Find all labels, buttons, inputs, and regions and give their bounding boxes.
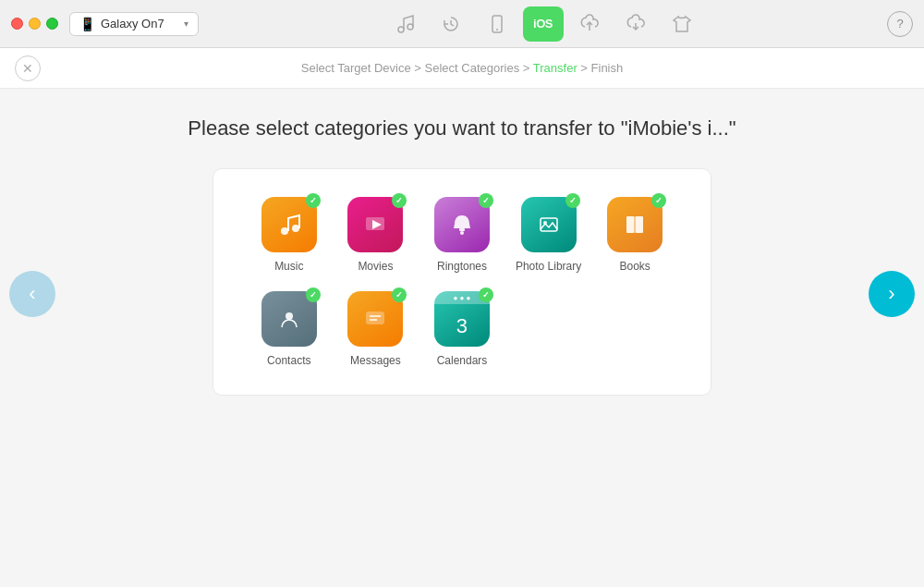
breadcrumb-sep-2: >: [523, 61, 533, 75]
calendars-label: Calendars: [437, 354, 488, 367]
category-movies-icon-wrap: ✓: [347, 197, 403, 252]
music-toolbar-button[interactable]: [384, 6, 425, 42]
cloud-upload-toolbar-button[interactable]: [569, 6, 610, 42]
chevron-down-icon: ▾: [184, 18, 188, 29]
books-check: ✓: [651, 193, 666, 208]
category-messages[interactable]: ✓ Messages: [337, 291, 415, 367]
music-label: Music: [274, 260, 303, 273]
title-bar: 📱 Galaxy On7 ▾: [0, 0, 924, 48]
svg-rect-14: [626, 216, 634, 233]
ios-label: iOS: [533, 17, 553, 31]
category-photos[interactable]: ✓ Photo Library: [510, 197, 588, 273]
breadcrumb-step-4: Finish: [591, 61, 624, 75]
music-check: ✓: [306, 193, 321, 208]
contacts-check: ✓: [306, 287, 321, 302]
category-music[interactable]: ✓ Music: [250, 197, 328, 273]
device-icon: [487, 14, 507, 34]
category-photos-icon-wrap: ✓: [521, 197, 577, 252]
categories-box: ✓ Music ✓ Movies: [213, 168, 711, 396]
history-icon: [441, 14, 461, 34]
category-contacts[interactable]: ✓ Contacts: [250, 291, 328, 367]
cloud-upload-icon: [579, 14, 600, 34]
close-button[interactable]: ✕: [15, 55, 41, 81]
category-calendars[interactable]: ● ● ● 3 ✓ Calendars: [423, 291, 501, 367]
close-traffic-light[interactable]: [11, 18, 23, 30]
breadcrumb-sep-3: >: [580, 61, 590, 75]
close-icon: ✕: [22, 61, 33, 76]
breadcrumb-sep-1: >: [414, 61, 424, 75]
category-contacts-icon-wrap: ✓: [261, 291, 317, 347]
music-icon: [395, 14, 415, 34]
history-toolbar-button[interactable]: [431, 6, 471, 42]
contacts-label: Contacts: [267, 354, 310, 367]
svg-point-3: [496, 29, 498, 31]
category-books-icon-wrap: ✓: [607, 197, 663, 252]
svg-point-7: [292, 225, 299, 232]
page-title: Please select categories you want to tra…: [188, 116, 736, 141]
svg-rect-15: [636, 216, 643, 233]
ios-toolbar-button[interactable]: iOS: [523, 6, 564, 42]
category-calendars-icon-wrap: ● ● ● 3 ✓: [434, 291, 490, 347]
device-selector[interactable]: 📱 Galaxy On7 ▾: [69, 12, 199, 36]
prev-arrow-icon: ‹: [29, 282, 35, 306]
next-arrow-icon: ›: [888, 282, 894, 306]
calendars-check: ✓: [479, 287, 493, 302]
movies-label: Movies: [358, 260, 393, 273]
messages-check: ✓: [392, 287, 407, 302]
category-music-icon-wrap: ✓: [261, 197, 317, 252]
svg-point-6: [281, 227, 288, 235]
svg-rect-10: [459, 228, 465, 231]
messages-label: Messages: [350, 354, 401, 367]
traffic-lights: [11, 18, 58, 30]
shirt-icon: [672, 14, 692, 34]
shirt-toolbar-button[interactable]: [662, 6, 702, 42]
help-icon: ?: [896, 17, 903, 31]
svg-rect-18: [366, 312, 384, 324]
movies-check: ✓: [392, 193, 407, 208]
breadcrumb-step-3-active: Transfer: [533, 61, 578, 75]
prev-button[interactable]: ‹: [9, 271, 55, 317]
next-button[interactable]: ›: [869, 271, 915, 317]
breadcrumb: Select Target Device > Select Categories…: [41, 61, 883, 75]
ringtones-check: ✓: [479, 193, 493, 208]
category-ringtones[interactable]: ✓ Ringtones: [423, 197, 501, 273]
svg-point-1: [407, 24, 413, 30]
category-messages-icon-wrap: ✓: [347, 291, 403, 347]
photos-check: ✓: [565, 193, 580, 208]
categories-grid: ✓ Music ✓ Movies: [250, 197, 674, 367]
breadcrumb-bar: ✕ Select Target Device > Select Categori…: [0, 48, 924, 89]
svg-point-0: [398, 27, 404, 32]
books-label: Books: [620, 260, 650, 273]
breadcrumb-step-1: Select Target Device: [301, 61, 411, 75]
toolbar: iOS: [210, 6, 876, 42]
cloud-download-icon: [626, 14, 646, 34]
svg-point-11: [460, 231, 464, 235]
category-books[interactable]: ✓ Books: [596, 197, 674, 273]
ringtones-label: Ringtones: [437, 260, 487, 273]
svg-point-17: [286, 312, 293, 320]
breadcrumb-step-2: Select Categories: [425, 61, 520, 75]
maximize-traffic-light[interactable]: [46, 18, 58, 30]
category-ringtones-icon-wrap: ✓: [434, 197, 490, 252]
minimize-traffic-light[interactable]: [29, 18, 41, 30]
category-movies[interactable]: ✓ Movies: [337, 197, 415, 273]
device-toolbar-button[interactable]: [477, 6, 517, 42]
cloud-download-toolbar-button[interactable]: [615, 6, 656, 42]
help-button[interactable]: ?: [887, 11, 913, 37]
device-selector-name: Galaxy On7: [101, 17, 178, 31]
main-content: Please select categories you want to tra…: [0, 89, 924, 423]
device-selector-icon: 📱: [79, 17, 95, 31]
photos-label: Photo Library: [516, 260, 581, 273]
